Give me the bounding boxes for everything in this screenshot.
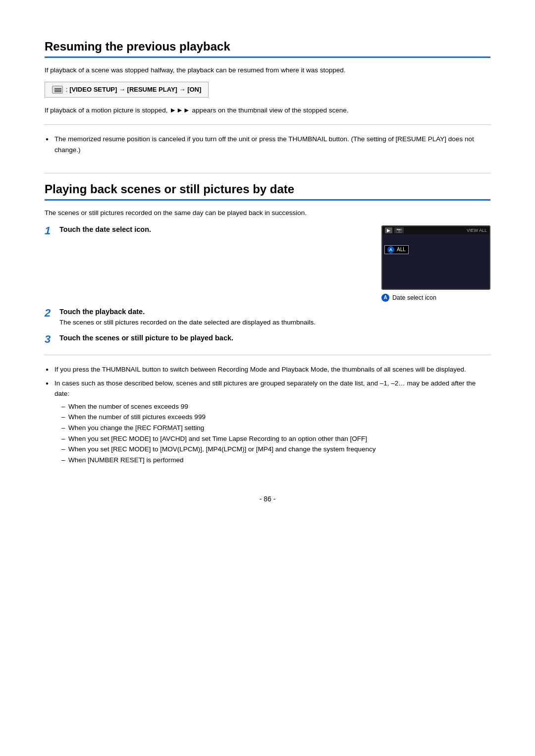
section-playback-by-date: Playing back scenes or still pictures by… — [45, 182, 490, 465]
thumb-a-circle: A — [387, 246, 394, 253]
section1-description: If playback of a scene was stopped halfw… — [45, 65, 490, 76]
section2-description: The scenes or still pictures recorded on… — [45, 208, 490, 218]
step3-label: Touch the scenes or still picture to be … — [59, 334, 233, 342]
menu-path-text: : [VIDEO SETUP] → [RESUME PLAY] → [ON] — [66, 86, 201, 93]
image-caption: A Date select icon — [381, 294, 490, 302]
step-2-number: 2 — [45, 307, 51, 319]
thumb-view-all-label: VIEW ALL — [467, 228, 487, 233]
caption-text: Date select icon — [392, 294, 436, 301]
section1-bullet1: The memorized resume position is cancele… — [45, 134, 490, 155]
resume-icon-symbol: ►►► — [169, 105, 190, 115]
thumb-grid-body — [382, 234, 489, 237]
menu-icon — [52, 86, 63, 94]
step-2-number-col: 2 — [45, 307, 59, 320]
step-1-number: 1 — [45, 224, 51, 237]
section2-dash-list: When the number of scenes exceeds 99 Whe… — [54, 401, 490, 466]
section2-bullet1: If you press the THUMBNAIL button to swi… — [45, 364, 490, 375]
dash-item-6: When [NUMBER RESET] is performed — [61, 455, 490, 466]
step1-label: Touch the date select icon. — [59, 225, 151, 233]
step1-text: Touch the date select icon. — [59, 225, 372, 233]
menu-on: [ON] — [187, 86, 201, 93]
step2-desc: The scenes or still pictures recorded on… — [59, 317, 490, 328]
step1-image-area: ▶ 📷 VIEW ALL A ALL — [381, 225, 490, 302]
menu-resume-play: [RESUME PLAY] — [127, 86, 177, 93]
resume-playback-note: If playback of a motion picture is stopp… — [45, 105, 490, 116]
step-3-content: Touch the scenes or still picture to be … — [59, 333, 490, 342]
caption-circle-a: A — [381, 294, 389, 302]
dash-item-1: When the number of scenes exceeds 99 — [61, 401, 490, 412]
step-2-content: Touch the playback date. The scenes or s… — [59, 307, 490, 328]
thumbnail-grid: ▶ 📷 VIEW ALL A ALL — [381, 225, 490, 290]
section-resume-playback: Resuming the previous playback If playba… — [45, 40, 490, 155]
divider-2 — [45, 173, 490, 173]
step-3-number: 3 — [45, 333, 51, 345]
section2-bullet2: In cases such as those described below, … — [45, 378, 490, 466]
dash-item-5: When you set [REC MODE] to [MOV(LPCM)], … — [61, 444, 490, 455]
section2-title: Playing back scenes or still pictures by… — [45, 182, 490, 201]
thumb-all-label: A ALL — [384, 245, 409, 254]
divider-1 — [45, 124, 490, 125]
section2-bullets: If you press the THUMBNAIL button to swi… — [45, 364, 490, 465]
steps-area: 1 Touch the date select icon. ▶ 📷 — [45, 224, 490, 346]
step-1-number-col: 1 — [45, 224, 59, 237]
step-1-row: 1 Touch the date select icon. ▶ 📷 — [45, 224, 490, 302]
thumb-body-wrapper: A ALL — [382, 234, 489, 237]
section1-title: Resuming the previous playback — [45, 40, 490, 58]
step-3-number-col: 3 — [45, 333, 59, 346]
step-2-row: 2 Touch the playback date. The scenes or… — [45, 307, 490, 328]
dash-item-4: When you set [REC MODE] to [AVCHD] and s… — [61, 433, 490, 444]
step-3-row: 3 Touch the scenes or still picture to b… — [45, 333, 490, 346]
step-1-content: Touch the date select icon. ▶ 📷 VIEW ALL — [59, 224, 490, 302]
thumb-header: ▶ 📷 VIEW ALL — [382, 226, 489, 234]
thumb-header-left: ▶ 📷 — [385, 227, 404, 233]
page-number: - 86 - — [45, 495, 490, 503]
dash-item-2: When the number of still pictures exceed… — [61, 412, 490, 423]
dash-item-3: When you change the [REC FORMAT] setting — [61, 423, 490, 433]
section1-bullets: The memorized resume position is cancele… — [45, 134, 490, 155]
menu-video-setup: [VIDEO SETUP] — [69, 86, 117, 93]
thumb-btn-video: ▶ — [385, 227, 392, 233]
menu-path-box: : [VIDEO SETUP] → [RESUME PLAY] → [ON] — [45, 82, 209, 98]
step2-label: Touch the playback date. — [59, 308, 145, 316]
thumb-btn-photo: 📷 — [394, 227, 404, 233]
divider-3 — [45, 355, 490, 355]
step1-layout: Touch the date select icon. ▶ 📷 VIEW ALL — [59, 225, 490, 302]
